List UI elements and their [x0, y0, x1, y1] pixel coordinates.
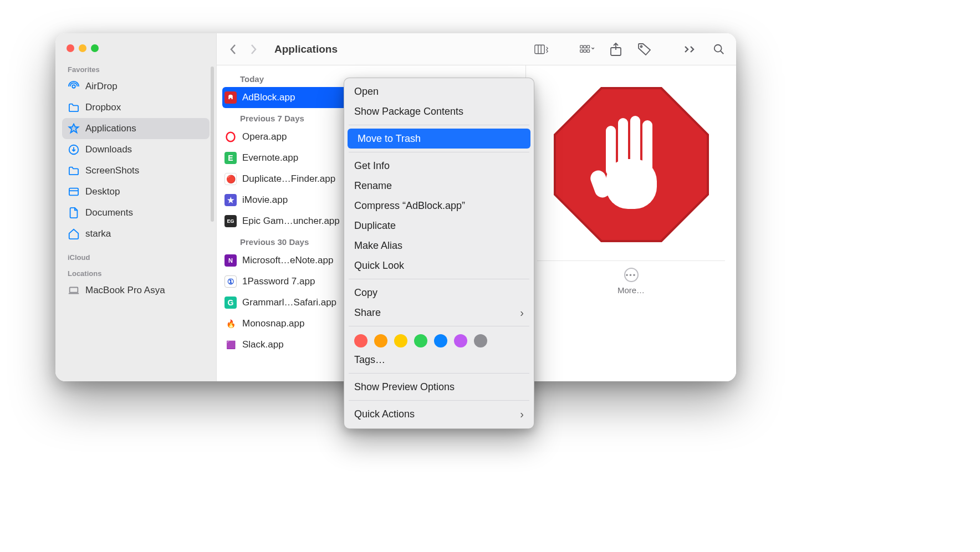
tag-yellow[interactable]	[394, 334, 407, 347]
file-label: Microsoft…eNote.app	[242, 255, 333, 266]
sidebar-item-label: Downloads	[85, 144, 132, 155]
sidebar-item-dropbox[interactable]: Dropbox	[62, 97, 210, 118]
laptop-icon	[68, 284, 80, 297]
chevron-right-icon: ›	[520, 306, 524, 319]
svg-rect-3	[70, 288, 78, 293]
tag-purple[interactable]	[454, 334, 467, 347]
forward-button[interactable]	[247, 43, 260, 56]
menu-quick-actions[interactable]: Quick Actions›	[344, 404, 534, 424]
sidebar-item-label: AirDrop	[85, 81, 118, 92]
view-columns-button[interactable]	[534, 42, 549, 57]
menu-tags[interactable]: Tags…	[344, 350, 534, 370]
menu-duplicate[interactable]: Duplicate	[344, 216, 534, 236]
preview-more[interactable]: ••• More…	[617, 268, 645, 295]
more-label: More…	[617, 285, 645, 295]
menu-share[interactable]: Share›	[344, 303, 534, 323]
svg-rect-6	[584, 45, 586, 48]
back-button[interactable]	[227, 43, 240, 56]
svg-point-0	[72, 85, 75, 88]
sidebar-scrollbar[interactable]	[211, 67, 214, 222]
tags-button[interactable]	[637, 42, 652, 57]
file-label: AdBlock.app	[242, 92, 295, 103]
sidebar-item-home[interactable]: starka	[62, 223, 210, 244]
tag-blue[interactable]	[434, 334, 447, 347]
menu-quick-look[interactable]: Quick Look	[344, 255, 534, 275]
sidebar-item-label: Dropbox	[85, 102, 121, 113]
applications-icon	[68, 122, 80, 135]
group-by-button[interactable]	[580, 42, 594, 57]
menu-rename[interactable]: Rename	[344, 176, 534, 196]
close-window-button[interactable]	[67, 44, 74, 52]
file-label: Grammarl…Safari.app	[242, 297, 336, 308]
svg-rect-5	[580, 45, 583, 48]
sidebar-item-documents[interactable]: Documents	[62, 202, 210, 223]
svg-rect-18	[606, 126, 616, 176]
opera-icon	[224, 131, 237, 143]
sidebar: Favorites AirDrop Dropbox	[55, 33, 216, 381]
svg-point-13	[714, 44, 722, 52]
menu-get-info[interactable]: Get Info	[344, 156, 534, 176]
tag-orange[interactable]	[374, 334, 387, 347]
home-icon	[68, 228, 80, 240]
minimize-window-button[interactable]	[79, 44, 86, 52]
window-controls	[62, 42, 210, 62]
svg-rect-2	[69, 188, 78, 196]
menu-separator	[349, 373, 529, 374]
menu-separator	[349, 326, 529, 326]
sidebar-item-desktop[interactable]: Desktop	[62, 181, 210, 202]
search-button[interactable]	[712, 42, 726, 57]
downloads-icon	[68, 144, 80, 156]
tag-green[interactable]	[414, 334, 427, 347]
menu-separator	[349, 125, 529, 125]
context-menu: Open Show Package Contents Move to Trash…	[344, 78, 534, 429]
svg-point-15	[227, 132, 235, 142]
desktop-icon	[68, 186, 80, 198]
sidebar-item-airdrop[interactable]: AirDrop	[62, 76, 210, 97]
share-button[interactable]	[609, 42, 623, 57]
zoom-window-button[interactable]	[91, 44, 99, 52]
tag-gray[interactable]	[474, 334, 487, 347]
file-label: iMovie.app	[242, 195, 288, 206]
svg-rect-10	[587, 49, 590, 52]
sidebar-item-applications[interactable]: Applications	[62, 118, 210, 139]
duplicate-finder-icon: 🔴	[224, 173, 237, 185]
tag-red[interactable]	[354, 334, 368, 347]
sidebar-heading-locations: Locations	[62, 266, 210, 280]
menu-show-package-contents[interactable]: Show Package Contents	[344, 101, 534, 121]
menu-show-preview-options[interactable]: Show Preview Options	[344, 377, 534, 397]
svg-rect-9	[584, 49, 586, 52]
document-icon	[68, 207, 80, 219]
stage: Favorites AirDrop Dropbox	[0, 0, 980, 552]
menu-copy[interactable]: Copy	[344, 283, 534, 303]
window-title: Applications	[274, 43, 338, 55]
sidebar-item-macbook[interactable]: MacBook Pro Asya	[62, 280, 210, 301]
folder-icon	[68, 165, 80, 177]
file-label: Monosnap.app	[242, 318, 304, 329]
sidebar-heading-favorites: Favorites	[62, 62, 210, 76]
airdrop-icon	[68, 80, 80, 93]
sidebar-item-label: Desktop	[85, 186, 120, 197]
menu-open[interactable]: Open	[344, 81, 534, 101]
slack-icon: 🟪	[224, 339, 237, 351]
sidebar-heading-icloud: iCloud	[62, 250, 210, 264]
grammarly-icon: G	[224, 297, 237, 309]
file-label: Epic Gam…uncher.app	[242, 216, 340, 227]
menu-compress[interactable]: Compress “AdBlock.app”	[344, 196, 534, 216]
svg-rect-8	[580, 49, 583, 52]
menu-make-alias[interactable]: Make Alias	[344, 236, 534, 255]
sidebar-item-downloads[interactable]: Downloads	[62, 139, 210, 160]
onepassword-icon: ①	[224, 275, 237, 288]
sidebar-item-label: ScreenShots	[85, 165, 139, 176]
toolbar: Applications	[217, 33, 736, 65]
menu-separator	[349, 400, 529, 401]
sidebar-item-label: starka	[85, 228, 111, 239]
menu-separator	[349, 152, 529, 152]
file-label: Opera.app	[242, 131, 287, 142]
svg-rect-20	[630, 116, 640, 176]
epic-games-icon: EG	[224, 215, 237, 227]
sidebar-item-screenshots[interactable]: ScreenShots	[62, 160, 210, 181]
svg-rect-19	[618, 118, 628, 176]
toolbar-overflow-button[interactable]	[683, 42, 697, 57]
menu-move-to-trash[interactable]: Move to Trash	[348, 129, 530, 149]
sidebar-item-label: Documents	[85, 207, 133, 218]
